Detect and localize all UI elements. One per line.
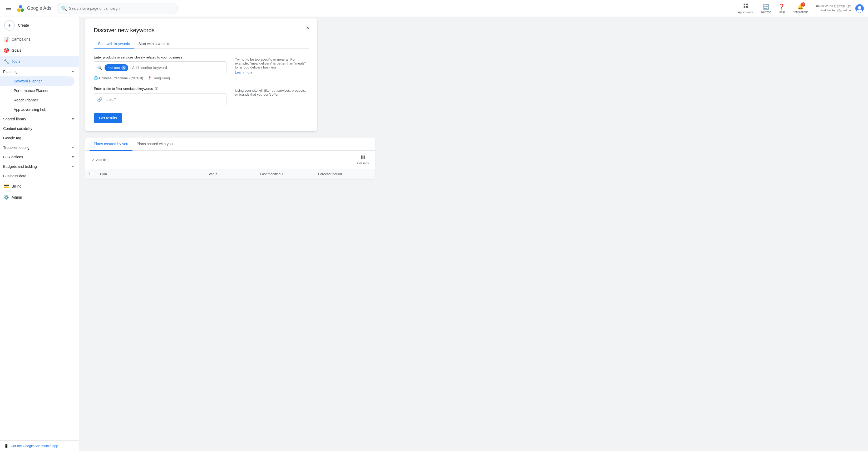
language-icon: 🌐 [94,76,98,80]
th-plan: Plan [100,172,208,176]
help-icon: ❓ [778,3,785,10]
sidebar-item-app-advertising-hub[interactable]: App advertising hub [0,105,79,114]
svg-rect-5 [744,6,745,8]
sidebar: + Create 📊 Campaigns 🎯 Goals 🔧 Tools Pla… [0,17,79,185]
svg-point-1 [21,8,24,12]
google-ads-logo-icon [16,4,25,13]
dialog-title: Discover new keywords [94,27,309,34]
tab-plans-shared[interactable]: Plans shared with you [132,138,177,151]
refresh-button[interactable]: 🔄 Refresh [758,1,775,16]
notifications-label: Notifications [793,10,808,13]
language-selector[interactable]: 🌐 Chinese (traditional) (default) [94,76,143,80]
sidebar-item-keyword-planner[interactable]: Keyword Planner [0,77,74,86]
appearance-button[interactable]: Appearance [735,1,756,16]
th-checkbox[interactable] [90,172,100,176]
svg-point-2 [19,5,22,8]
svg-rect-10 [361,155,362,159]
troubleshooting-caret: ▼ [71,146,74,149]
account-text: 384-683-2933 北京快用云技... finalphantom@gmai… [814,4,853,12]
sidebar-section-bulk-actions[interactable]: Bulk actions ▼ [0,152,79,162]
avatar[interactable] [855,4,864,13]
search-bar[interactable]: 🔍 [57,3,178,14]
hamburger-menu[interactable] [4,4,13,13]
help-button[interactable]: ❓ Help [775,1,788,16]
account-phone: 384-683-2933 北京快用云技... [814,4,853,8]
main-content: Keyword Planner Discover new keywords ✕ … [79,0,868,185]
keyword-input-wrapper[interactable]: 🔍 seo tool ✕ [94,61,226,74]
locale-row: 🌐 Chinese (traditional) (default) 📍 Hong… [94,76,226,80]
get-results-button[interactable]: Get results [94,113,122,123]
sidebar-section-content-suitability[interactable]: Content suitability [0,124,79,133]
goals-icon: 🎯 [3,48,9,53]
link-icon: 🔗 [97,97,102,102]
appearance-label: Appearance [738,10,753,14]
plans-tabs: Plans created by you Plans shared with y… [85,138,375,151]
refresh-label: Refresh [761,10,771,13]
nav-right: Appearance 🔄 Refresh ❓ Help 🔔 1 Notifica… [735,1,864,16]
notifications-button[interactable]: 🔔 1 Notifications [789,1,811,16]
svg-rect-6 [746,6,748,8]
refresh-icon: 🔄 [763,3,770,10]
th-lastmod[interactable]: Last modified ↓ [260,172,318,176]
sidebar-section-planning[interactable]: Planning ▼ [0,67,79,77]
th-status: Status [208,172,260,176]
sidebar-item-reach-planner[interactable]: Reach Planner [0,95,79,105]
campaigns-label: Campaigns [11,37,30,41]
table-header: Plan Status Last modified ↓ Forecast per… [85,169,375,179]
sidebar-section-business-data[interactable]: Business data [0,171,79,181]
keyword-chip-seo-tool: seo tool ✕ [104,64,128,71]
chip-remove-button[interactable]: ✕ [121,65,126,70]
create-button[interactable]: + [4,20,15,31]
sidebar-section-troubleshooting[interactable]: Troubleshooting ▼ [0,143,79,152]
svg-rect-12 [364,155,365,159]
notifications-icon: 🔔 1 [797,3,804,10]
site-input[interactable] [104,97,223,102]
columns-icon [361,155,365,161]
site-info-icon: ⓘ [155,87,158,91]
tab-plans-by-you[interactable]: Plans created by you [90,138,132,151]
svg-rect-4 [746,4,748,5]
site-hint: Using your site will filter out services… [235,86,309,106]
logo-text: Google Ads [27,5,51,11]
add-filter-button[interactable]: ⊿ Add filter [90,156,112,163]
billing-label: Billing [11,184,21,185]
keyword-search-icon: 🔍 [97,65,102,70]
search-input[interactable] [69,6,173,10]
account-info[interactable]: 384-683-2933 北京快用云技... finalphantom@gmai… [814,4,864,13]
account-email: finalphantom@gmail.com [814,8,853,12]
select-all-checkbox[interactable] [90,172,93,175]
sidebar-item-goals[interactable]: 🎯 Goals [0,45,79,56]
dialog-tabs: Start with keywords Start with a website [94,39,309,49]
sidebar-item-campaigns[interactable]: 📊 Campaigns [0,34,79,45]
site-hint-text: Using your site will filter out services… [235,89,309,96]
budgets-caret: ▼ [71,164,74,168]
sidebar-section-shared-library[interactable]: Shared library ▼ [0,114,79,124]
site-form-section: Enter a site to filter unrelated keyword… [94,86,309,106]
sidebar-section-tools[interactable]: 🔧 Tools [0,56,79,67]
shared-library-caret: ▼ [71,117,74,121]
svg-rect-3 [744,4,745,5]
columns-button[interactable]: Columns [355,154,371,166]
sidebar-section-google-tag[interactable]: Google tag [0,133,79,143]
sidebar-item-billing[interactable]: 💳 Billing [0,181,79,185]
keyword-text-input[interactable] [129,66,223,70]
svg-point-0 [17,8,21,12]
keyword-hint-text: Try not to be too specific or general. F… [235,57,309,69]
site-form-left: Enter a site to filter unrelated keyword… [94,86,226,106]
create-area: + Create [0,17,79,34]
planning-caret: ▼ [71,70,74,73]
tab-start-with-website[interactable]: Start with a website [134,39,174,49]
location-selector[interactable]: 📍 Hong Kong [148,76,170,80]
planning-label: Planning [3,69,18,74]
sidebar-item-performance-planner[interactable]: Performance Planner [0,86,79,95]
tab-start-with-keywords[interactable]: Start with keywords [94,39,134,49]
svg-point-8 [858,6,861,9]
learn-more-link[interactable]: Learn more [235,70,252,74]
th-forecast: Forecast period [318,172,371,176]
sidebar-section-budgets[interactable]: Budgets and bidding ▼ [0,162,79,171]
appearance-icon [743,3,749,10]
campaigns-icon: 📊 [3,36,9,42]
site-input-wrapper[interactable]: 🔗 [94,93,226,106]
plans-card: Plans created by you Plans shared with y… [85,138,375,179]
dialog-close-button[interactable]: ✕ [303,24,312,32]
